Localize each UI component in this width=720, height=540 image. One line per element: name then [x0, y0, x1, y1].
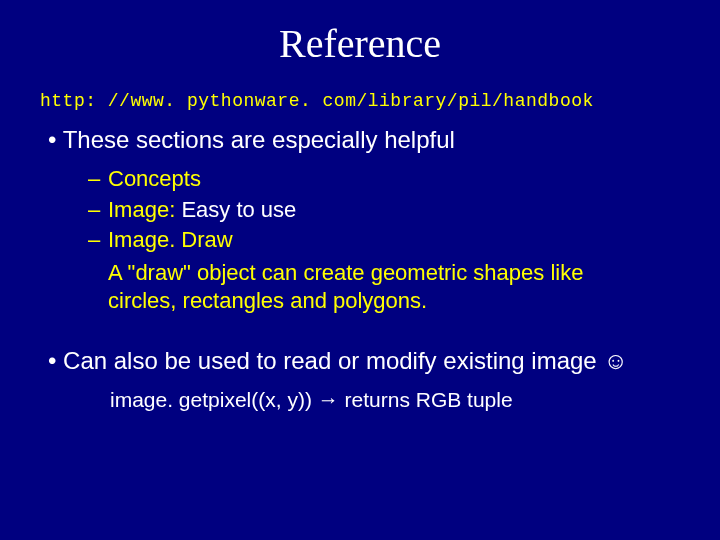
sub-item-concepts: –Concepts [88, 165, 680, 194]
sub-item-description: A "draw" object can create geometric sha… [108, 259, 650, 316]
dash-icon: – [88, 196, 108, 225]
dash-icon: – [88, 165, 108, 194]
reference-url: http: //www. pythonware. com/library/pil… [40, 91, 680, 111]
sub-item-label: Image. Draw [108, 227, 233, 252]
slide: Reference http: //www. pythonware. com/l… [0, 0, 720, 540]
arrow-icon: → [318, 388, 339, 411]
sub-item-label: Image: [108, 197, 175, 222]
sub-item-image: –Image: Easy to use [88, 196, 680, 225]
smile-icon: ☺ [603, 347, 628, 374]
sub-item-imagedraw: –Image. Draw [88, 226, 680, 255]
bullet-text: • Can also be used to read or modify exi… [48, 347, 603, 374]
bullet-read-modify: • Can also be used to read or modify exi… [48, 346, 680, 376]
sub-item-label: Concepts [108, 166, 201, 191]
slide-title: Reference [40, 20, 680, 67]
dash-icon: – [88, 226, 108, 255]
sub-item-note: Easy to use [175, 197, 296, 222]
bullet-sections-helpful: • These sections are especially helpful [48, 125, 680, 155]
sub-list: –Concepts –Image: Easy to use –Image. Dr… [88, 165, 680, 255]
code-call: image. getpixel((x, y)) [110, 388, 318, 411]
code-example: image. getpixel((x, y)) → returns RGB tu… [110, 386, 680, 413]
code-result: returns RGB tuple [339, 388, 513, 411]
